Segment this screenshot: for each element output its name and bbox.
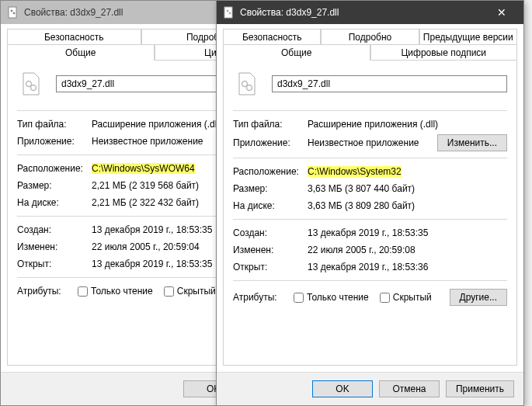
label-location: Расположение: (17, 163, 92, 174)
file-type-icon (17, 70, 45, 98)
value-location: C:\Windows\System32 (308, 166, 507, 177)
label-modified: Изменен: (17, 241, 92, 252)
svg-rect-5 (224, 7, 232, 18)
label-size: Размер: (17, 180, 92, 191)
tab-previous[interactable]: Предыдущие версии (419, 29, 517, 45)
titlebar[interactable]: Свойства: d3dx9_27.dll ✕ (217, 1, 523, 24)
value-accessed: 13 декабря 2019 г., 18:53:36 (308, 262, 507, 272)
window-title: Свойства: d3dx9_27.dll (240, 7, 486, 18)
checkbox-hidden[interactable]: Скрытый (164, 286, 216, 297)
svg-point-2 (13, 12, 16, 15)
properties-window-right: Свойства: d3dx9_27.dll ✕ Безопасность По… (216, 0, 524, 406)
tab-general[interactable]: Общие (223, 44, 370, 61)
app-icon (223, 6, 235, 19)
label-ondisk: На диске: (233, 200, 308, 211)
tab-general[interactable]: Общие (7, 44, 155, 61)
checkbox-readonly[interactable]: Только чтение (78, 286, 153, 297)
change-button[interactable]: Изменить... (437, 134, 507, 151)
value-app: Неизвестное приложение (308, 137, 437, 148)
ok-button[interactable]: OK (312, 380, 373, 397)
tab-details[interactable]: Подробно (321, 29, 419, 45)
filename-input[interactable] (272, 75, 507, 92)
close-icon[interactable]: ✕ (486, 6, 517, 19)
label-app: Приложение: (233, 137, 308, 148)
file-type-icon (233, 70, 261, 98)
value-modified: 22 июля 2005 г., 20:59:08 (308, 245, 507, 255)
svg-rect-0 (9, 7, 16, 18)
label-accessed: Открыт: (233, 262, 308, 272)
apply-button[interactable]: Применить (446, 380, 514, 397)
label-location: Расположение: (233, 166, 308, 177)
label-filetype: Тип файла: (17, 119, 92, 130)
label-filetype: Тип файла: (233, 119, 308, 130)
label-accessed: Открыт: (17, 259, 92, 269)
svg-point-1 (11, 10, 13, 12)
tab-security[interactable]: Безопасность (7, 29, 141, 45)
value-ondisk: 3,63 МБ (3 809 280 байт) (308, 200, 507, 211)
dialog-footer: OK Отмена Применить (217, 372, 523, 405)
label-app: Приложение: (17, 136, 92, 147)
label-modified: Изменен: (233, 245, 308, 255)
label-attributes: Атрибуты: (233, 292, 289, 303)
checkbox-hidden[interactable]: Скрытый (380, 292, 432, 303)
label-created: Создан: (233, 227, 308, 238)
tab-security[interactable]: Безопасность (223, 29, 321, 45)
tab-row-2: Общие Цифровые подписи (223, 44, 517, 61)
window-body: Безопасность Подробно Предыдущие версии … (217, 24, 523, 372)
label-size: Размер: (233, 183, 308, 194)
app-icon (7, 6, 19, 19)
value-filetype: Расширение приложения (.dll) (308, 119, 507, 130)
svg-point-7 (229, 12, 231, 15)
tab-row-1: Безопасность Подробно Предыдущие версии (223, 29, 517, 45)
value-size: 3,63 МБ (3 807 440 байт) (308, 183, 507, 194)
svg-point-6 (227, 10, 229, 12)
label-attributes: Атрибуты: (17, 286, 73, 297)
label-ondisk: На диске: (17, 197, 92, 208)
value-created: 13 декабря 2019 г., 18:53:35 (308, 227, 507, 238)
cancel-button[interactable]: Отмена (379, 380, 440, 397)
checkbox-readonly[interactable]: Только чтение (294, 292, 369, 303)
other-button[interactable]: Другие... (450, 289, 507, 306)
general-panel: Тип файла:Расширение приложения (.dll) П… (223, 60, 517, 366)
tab-signatures[interactable]: Цифровые подписи (370, 44, 518, 61)
label-created: Создан: (17, 224, 92, 235)
